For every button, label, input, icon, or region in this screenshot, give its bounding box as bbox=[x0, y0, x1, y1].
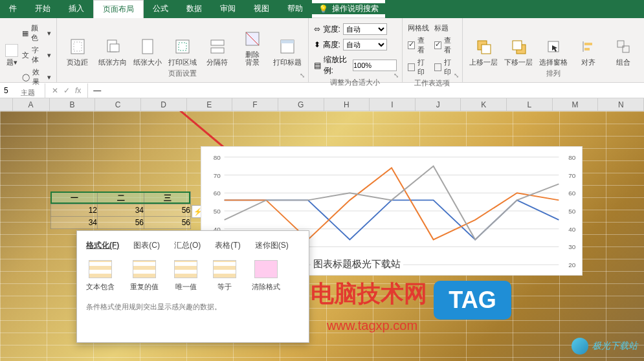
scale-launcher[interactable]: ⤡ bbox=[392, 72, 401, 81]
tab-data[interactable]: 数据 bbox=[177, 0, 211, 18]
tab-formula[interactable]: 公式 bbox=[144, 0, 177, 18]
gridlines-label: 网格线 bbox=[408, 23, 430, 33]
svg-rect-20 bbox=[584, 48, 590, 50]
tab-review[interactable]: 审阅 bbox=[211, 0, 245, 18]
tab-page-layout[interactable]: 页面布局 bbox=[93, 0, 144, 18]
table-row[interactable]: 345656 bbox=[51, 217, 191, 229]
col-G[interactable]: G bbox=[278, 98, 324, 111]
col-E[interactable]: E bbox=[187, 98, 233, 111]
svg-text:70: 70 bbox=[214, 172, 221, 179]
watermark-title: 电脑技术网 bbox=[311, 278, 427, 310]
group-button[interactable]: 组合 bbox=[608, 21, 639, 66]
data-table[interactable]: 一 二 三 123456 345656 bbox=[50, 191, 191, 229]
logo-icon bbox=[572, 338, 588, 355]
col-F[interactable]: F bbox=[232, 98, 278, 111]
tab-file[interactable]: 件 bbox=[0, 0, 26, 18]
page-setup-launcher[interactable]: ⤡ bbox=[298, 72, 307, 81]
qa-clear-format[interactable]: 清除格式 bbox=[252, 260, 280, 292]
svg-rect-12 bbox=[281, 40, 294, 43]
col-N[interactable]: N bbox=[598, 98, 644, 111]
col-D[interactable]: D bbox=[141, 98, 187, 111]
cancel-icon[interactable]: ✕ bbox=[52, 86, 58, 95]
col-J[interactable]: J bbox=[416, 98, 461, 111]
print-titles-button[interactable]: 打印标题 bbox=[272, 21, 303, 66]
watermark-right: 极光下载站 bbox=[572, 338, 638, 355]
svg-text:20: 20 bbox=[568, 261, 575, 268]
col-B[interactable]: B bbox=[50, 98, 96, 111]
margins-button[interactable]: 页边距 bbox=[62, 21, 93, 66]
theme-effects[interactable]: ◯效果▾ bbox=[22, 67, 50, 87]
qa-tab-table[interactable]: 表格(T) bbox=[215, 240, 240, 251]
send-backward-button[interactable]: 下移一层 bbox=[503, 21, 534, 66]
headings-view[interactable]: 查看 bbox=[434, 36, 457, 55]
qa-tab-sparkline[interactable]: 迷你图(S) bbox=[255, 240, 289, 251]
tab-bar-fill bbox=[385, 0, 644, 18]
scale-height[interactable]: ⬍高度:自动 bbox=[314, 39, 397, 50]
table-header[interactable]: 三 bbox=[144, 192, 191, 204]
svg-text:80: 80 bbox=[214, 154, 221, 161]
gridlines-view[interactable]: 查看 bbox=[408, 36, 430, 55]
table-header[interactable]: 一 bbox=[51, 192, 98, 204]
col-A[interactable]: A bbox=[13, 98, 50, 111]
select-all-corner[interactable] bbox=[0, 98, 13, 111]
scale-width[interactable]: ⬄宽度:自动 bbox=[314, 23, 397, 35]
col-C[interactable]: C bbox=[95, 98, 141, 111]
svg-rect-16 bbox=[513, 41, 522, 50]
zoom-input[interactable] bbox=[353, 60, 397, 71]
svg-rect-8 bbox=[211, 48, 224, 53]
breaks-button[interactable]: 分隔符 bbox=[202, 21, 233, 66]
theme-colors[interactable]: ▦颜色▾ bbox=[22, 23, 50, 43]
width-select[interactable]: 自动 bbox=[343, 23, 387, 35]
chart-title[interactable]: 图表标题极光下载站 bbox=[311, 257, 403, 272]
theme-fonts[interactable]: 文字体▾ bbox=[22, 45, 50, 65]
orientation-button[interactable]: 纸张方向 bbox=[97, 21, 128, 66]
tab-view[interactable]: 视图 bbox=[245, 0, 278, 18]
sheet-launcher[interactable]: ⤡ bbox=[452, 72, 461, 81]
qa-unique-values[interactable]: 唯一值 bbox=[174, 260, 197, 292]
align-button[interactable]: 对齐 bbox=[573, 21, 604, 66]
tab-help[interactable]: 帮助 bbox=[278, 0, 312, 18]
table-row[interactable]: 123456 bbox=[51, 204, 191, 217]
qa-duplicate-values[interactable]: 重复的值 bbox=[130, 260, 159, 292]
qa-tab-format[interactable]: 格式化(F) bbox=[86, 240, 119, 251]
print-area-button[interactable]: 打印区域 bbox=[167, 21, 198, 66]
col-H[interactable]: H bbox=[324, 98, 370, 111]
bring-forward-button[interactable]: 上移一层 bbox=[468, 21, 499, 66]
group-label-arrange: 排列 bbox=[546, 67, 561, 80]
background-button[interactable]: 删除 背景 bbox=[237, 21, 268, 66]
tab-home[interactable]: 开始 bbox=[26, 0, 60, 18]
gridlines-print[interactable]: 打印 bbox=[408, 58, 430, 77]
group-label-scale: 调整为合适大小 bbox=[330, 76, 380, 89]
group-label-page-setup: 页面设置 bbox=[168, 67, 197, 80]
fx-icon[interactable]: fx bbox=[75, 86, 81, 95]
col-M[interactable]: M bbox=[553, 98, 599, 111]
quick-analysis-popup: 格式化(F) 图表(C) 汇总(O) 表格(T) 迷你图(S) 文本包含 重复的… bbox=[76, 230, 309, 343]
scale-zoom[interactable]: ▤缩放比例: bbox=[314, 54, 397, 76]
table-header[interactable]: 二 bbox=[98, 192, 144, 204]
selection-pane-button[interactable]: 选择窗格 bbox=[538, 21, 569, 66]
size-button[interactable]: 纸张大小 bbox=[132, 21, 163, 66]
worksheet-area[interactable]: 一 二 三 123456 345656 ⚡ 80706050403020 807… bbox=[0, 111, 644, 361]
col-K[interactable]: K bbox=[461, 98, 507, 111]
headings-label: 标题 bbox=[434, 23, 457, 33]
enter-icon[interactable]: ✓ bbox=[63, 86, 70, 95]
watermark-tag: TAG bbox=[434, 281, 511, 320]
formula-bar: 5 ✕ ✓ fx — bbox=[0, 83, 644, 98]
tell-me[interactable]: 💡 操作说明搜索 bbox=[312, 3, 385, 14]
tab-insert[interactable]: 插入 bbox=[60, 0, 93, 18]
svg-text:60: 60 bbox=[214, 190, 221, 197]
qa-tab-total[interactable]: 汇总(O) bbox=[174, 240, 201, 251]
qa-text-contains[interactable]: 文本包含 bbox=[86, 260, 115, 292]
svg-rect-5 bbox=[176, 40, 189, 53]
height-select[interactable]: 自动 bbox=[343, 39, 387, 50]
lightbulb-icon: 💡 bbox=[318, 5, 328, 14]
col-L[interactable]: L bbox=[507, 98, 553, 111]
svg-rect-3 bbox=[110, 44, 119, 52]
qa-equal-to[interactable]: 等于 bbox=[213, 260, 236, 292]
svg-text:50: 50 bbox=[214, 208, 221, 215]
qa-tab-chart[interactable]: 图表(C) bbox=[133, 240, 160, 251]
qa-description: 条件格式使用规则突出显示感兴趣的数据。 bbox=[86, 302, 300, 312]
group-page-setup: 页边距 纸张方向 纸张大小 打印区域 分隔符 删除 背景 打印标题 页面设置 ⤡ bbox=[57, 18, 309, 82]
themes-button[interactable]: 题▾ bbox=[5, 21, 18, 66]
col-I[interactable]: I bbox=[370, 98, 416, 111]
